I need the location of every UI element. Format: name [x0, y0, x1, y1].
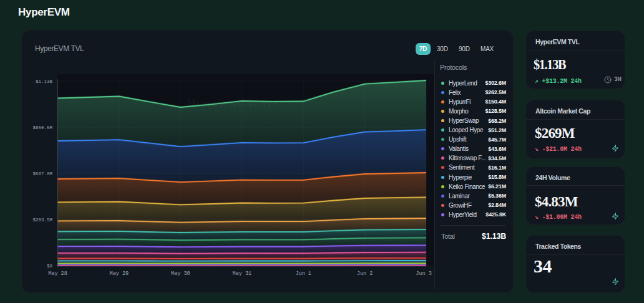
- svg-text:May 29: May 29: [110, 271, 129, 277]
- svg-text:Jun 3: Jun 3: [416, 271, 432, 277]
- svg-text:Jun 2: Jun 2: [357, 271, 373, 277]
- svg-text:May 28: May 28: [48, 271, 67, 277]
- svg-text:HyperScreener.xyz: HyperScreener.xyz: [187, 97, 278, 110]
- svg-text:May 31: May 31: [232, 271, 251, 277]
- svg-text:$567.0M: $567.0M: [32, 171, 52, 176]
- svg-text:Jun 1: Jun 1: [295, 271, 311, 277]
- svg-text:$850.5M: $850.5M: [32, 125, 52, 130]
- svg-text:$283.5M: $283.5M: [32, 218, 52, 223]
- svg-text:$1.13B: $1.13B: [36, 79, 53, 84]
- svg-text:May 30: May 30: [171, 271, 190, 277]
- svg-text:$0: $0: [47, 264, 53, 269]
